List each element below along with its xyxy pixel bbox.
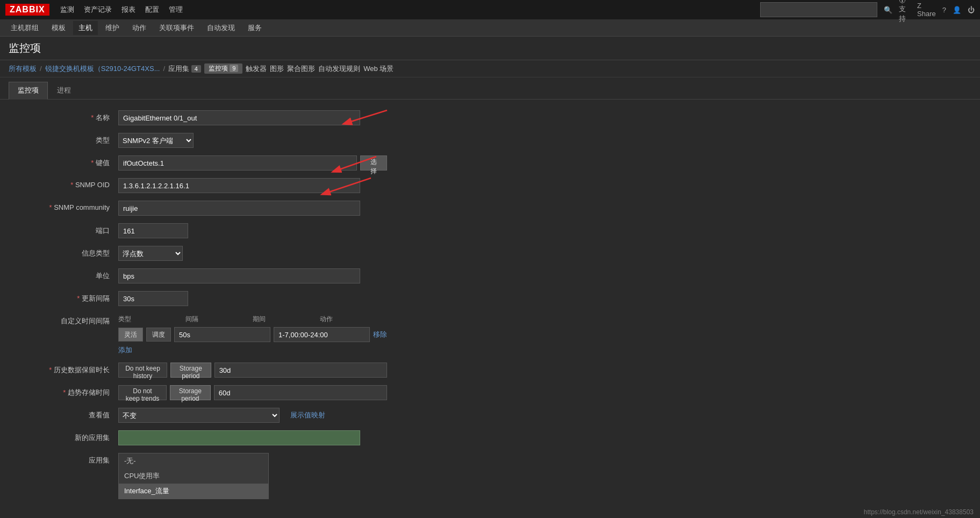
trends-value-input[interactable] [214, 385, 387, 400]
label-custom-interval: 自定义时间间隔 [22, 314, 118, 326]
trends-storage-period-btn[interactable]: Storage period [170, 385, 211, 400]
appset-item-interface[interactable]: Interface_流量 [119, 484, 268, 499]
history-value-input[interactable] [214, 363, 387, 378]
page-title-bar: 监控项 [0, 37, 980, 60]
nav-host[interactable]: 主机 [73, 21, 98, 35]
nav-maintenance[interactable]: 维护 [100, 21, 125, 35]
type-select[interactable]: SNMPv2 客户端 [118, 133, 194, 148]
breadcrumb-appsets[interactable]: 应用集 4 [168, 64, 201, 74]
interval-row-0: 灵活 调度 移除 [118, 327, 387, 342]
tabs-bar: 监控项 进程 [0, 77, 980, 100]
logout-icon[interactable]: ⏻ [968, 6, 975, 14]
form-row-appset: 应用集 -无- CPU使用率 Interface_流量 [22, 453, 958, 499]
interval-col-period: 期间 [253, 315, 320, 324]
label-history: 历史数据保留时长 [22, 363, 118, 375]
breadcrumb-web-scenarios[interactable]: Web 场景 [363, 64, 394, 74]
new-appset-input[interactable] [118, 430, 360, 445]
logo[interactable]: ZABBIX [5, 4, 49, 16]
info-type-select[interactable]: 浮点数 字符 日志 数字（无符号） 文本 [118, 246, 183, 261]
global-search[interactable] [760, 2, 877, 17]
nav-reports[interactable]: 报表 [121, 5, 135, 15]
form-row-unit: 单位 [22, 268, 958, 283]
interval-remove-btn[interactable]: 移除 [373, 330, 387, 339]
label-new-appset: 新的应用集 [22, 430, 118, 443]
form-row-update-interval: 更新间隔 [22, 291, 958, 306]
arrow-name [333, 105, 398, 132]
form-row-info-type: 信息类型 浮点数 字符 日志 数字（无符号） 文本 [22, 246, 958, 261]
label-key: 键值 [22, 155, 118, 168]
interval-col-interval: 间隔 [185, 315, 253, 324]
breadcrumb-items[interactable]: 监控项 9 [204, 63, 242, 74]
label-snmp-community: SNMP community [22, 201, 118, 211]
user-icon[interactable]: 👤 [953, 6, 961, 14]
form-row-display-value: 查看值 不变 自定义 展示值映射 [22, 408, 958, 423]
tab-items[interactable]: 监控项 [9, 82, 48, 100]
update-interval-input[interactable] [118, 291, 188, 306]
nav-config[interactable]: 配置 [145, 5, 159, 15]
history-storage-period-btn[interactable]: Storage period [170, 363, 211, 378]
form-area: 名称 GigabitEthernet 0/1_out 类型 SNMPv2 客户端… [0, 100, 980, 517]
add-interval-button[interactable]: 添加 [118, 346, 132, 354]
interval-type-flexible[interactable]: 灵活 [118, 328, 143, 342]
svg-line-0 [344, 110, 387, 124]
nav-hostgroup[interactable]: 主机群组 [5, 21, 44, 35]
trends-no-keep-btn[interactable]: Do not keep trends [118, 385, 167, 400]
custom-interval-control: 类型 间隔 期间 动作 灵活 调度 移除 添加 [118, 314, 387, 355]
key-input[interactable] [118, 155, 357, 171]
interval-value-input[interactable] [174, 327, 270, 342]
svg-line-2 [323, 178, 371, 194]
top-nav-right: 🔍 🛈 支持 Z Share ? 👤 ⏻ [760, 0, 975, 24]
form-row-port: 端口 [22, 223, 958, 238]
form-row-type: 类型 SNMPv2 客户端 [22, 133, 958, 148]
nav-services[interactable]: 服务 [242, 21, 267, 35]
label-appset: 应用集 [22, 453, 118, 465]
interval-period-input[interactable] [274, 327, 370, 342]
form-row-snmp-oid: SNMP OID [22, 178, 958, 193]
nav-correlation[interactable]: 关联项事件 [154, 21, 199, 35]
arrow-oid [312, 174, 382, 201]
appset-dropdown: -无- CPU使用率 Interface_流量 [118, 453, 269, 499]
breadcrumb-graphs[interactable]: 图形 [270, 64, 284, 74]
share-link[interactable]: Z Share [917, 2, 936, 18]
unit-input[interactable] [118, 268, 360, 283]
nav-discovery[interactable]: 自动发现 [202, 21, 240, 35]
form-row-custom-interval: 自定义时间间隔 类型 间隔 期间 动作 灵活 调度 移除 添加 [22, 314, 958, 355]
history-no-keep-btn[interactable]: Do not keep history [118, 363, 167, 378]
page-title: 监控项 [9, 42, 41, 54]
label-snmp-oid: SNMP OID [22, 178, 118, 189]
breadcrumb-all-templates[interactable]: 所有模板 [9, 64, 37, 74]
history-control: Do not keep history Storage period [118, 363, 387, 378]
search-icon[interactable]: 🔍 [884, 6, 892, 14]
nav-template[interactable]: 模板 [46, 21, 71, 35]
nav-monitor[interactable]: 监测 [60, 5, 74, 15]
port-control [118, 223, 387, 238]
label-type: 类型 [22, 133, 118, 145]
breadcrumb-aggregate[interactable]: 聚合图形 [287, 64, 315, 74]
type-control: SNMPv2 客户端 [118, 133, 387, 148]
label-name: 名称 [22, 110, 118, 123]
label-unit: 单位 [22, 268, 118, 281]
display-value-control: 不变 自定义 展示值映射 [118, 408, 387, 423]
add-interval-link: 添加 [118, 345, 387, 355]
breadcrumb-template[interactable]: 锐捷交换机模板（S2910-24GT4XS... [45, 64, 160, 74]
breadcrumb-sep-2: / [163, 65, 165, 73]
appset-item-cpu[interactable]: CPU使用率 [119, 469, 268, 484]
interval-type-schedule[interactable]: 调度 [146, 328, 171, 342]
nav-action[interactable]: 动作 [127, 21, 152, 35]
tab-process[interactable]: 进程 [48, 82, 80, 99]
top-nav: ZABBIX 监测 资产记录 报表 配置 管理 🔍 🛈 支持 Z Share ?… [0, 0, 980, 19]
appset-item-none[interactable]: -无- [119, 453, 268, 469]
breadcrumb-discovery-rules[interactable]: 自动发现规则 [318, 64, 360, 74]
nav-assets[interactable]: 资产记录 [84, 5, 112, 15]
support-link[interactable]: 🛈 支持 [899, 0, 911, 24]
label-port: 端口 [22, 223, 118, 236]
snmp-community-input[interactable] [118, 201, 360, 216]
nav-manage[interactable]: 管理 [169, 5, 183, 15]
display-value-mapping-link[interactable]: 展示值映射 [290, 410, 325, 420]
name-input[interactable]: GigabitEthernet 0/1_out [118, 110, 360, 125]
port-input[interactable] [118, 223, 188, 238]
display-value-select[interactable]: 不变 自定义 [118, 408, 280, 423]
interval-col-action: 动作 [320, 315, 387, 324]
breadcrumb-triggers[interactable]: 触发器 [246, 64, 267, 74]
help-icon[interactable]: ? [942, 6, 946, 14]
